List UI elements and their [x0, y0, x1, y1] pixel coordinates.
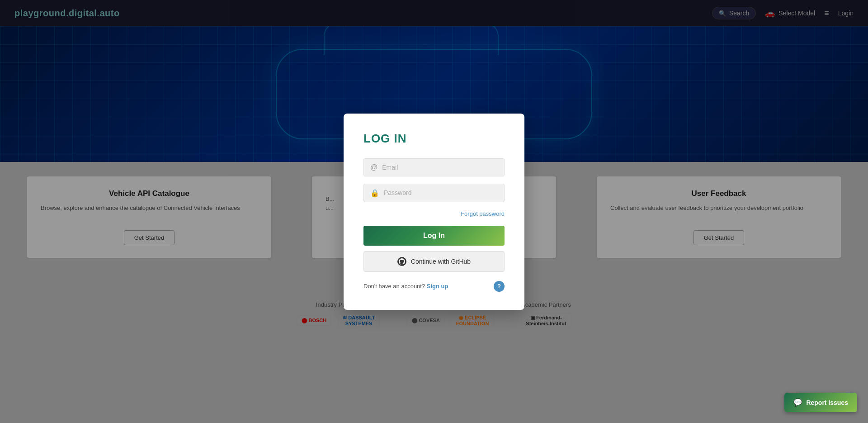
signup-link[interactable]: Sign up: [427, 283, 448, 290]
modal-title: LOG IN: [363, 132, 505, 146]
login-button[interactable]: Log In: [363, 226, 505, 246]
email-input[interactable]: [382, 164, 498, 171]
report-issues-button[interactable]: 💬 Report Issues: [784, 393, 857, 412]
modal-overlay: LOG IN @ 🔒 Forgot password Log In Contin…: [0, 0, 868, 423]
password-input[interactable]: [384, 189, 498, 196]
modal-footer: Don't have an account? Sign up ?: [363, 281, 505, 292]
forgot-password-container: Forgot password: [363, 209, 505, 218]
email-icon: @: [370, 163, 377, 171]
forgot-password-link[interactable]: Forgot password: [461, 210, 505, 217]
email-input-group: @: [363, 158, 505, 176]
password-input-group: 🔒: [363, 184, 505, 202]
report-icon: 💬: [793, 398, 802, 407]
login-modal: LOG IN @ 🔒 Forgot password Log In Contin…: [344, 114, 524, 310]
help-icon[interactable]: ?: [494, 281, 505, 292]
lock-icon: 🔒: [370, 189, 379, 197]
github-btn-label: Continue with GitHub: [411, 258, 471, 265]
github-login-button[interactable]: Continue with GitHub: [363, 251, 505, 272]
signup-text: Don't have an account? Sign up: [363, 283, 448, 290]
report-issues-label: Report Issues: [806, 399, 848, 406]
github-icon: [397, 257, 406, 266]
